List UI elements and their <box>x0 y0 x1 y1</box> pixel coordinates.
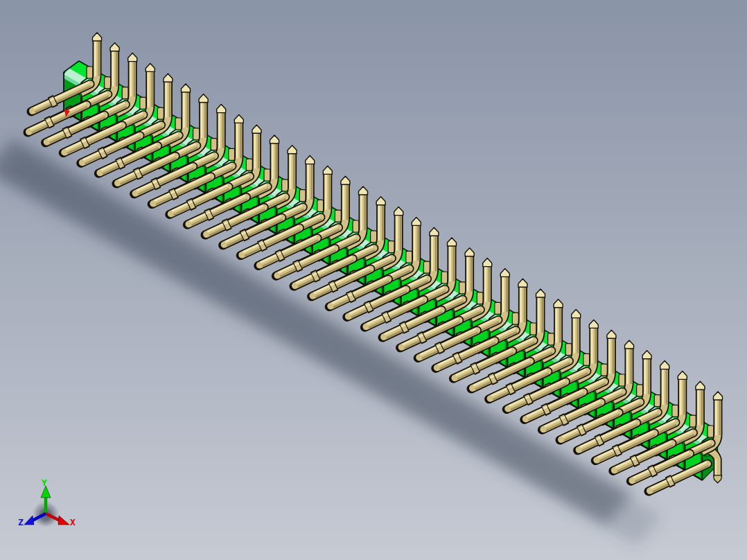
cad-viewport[interactable]: Y X Z <box>0 0 747 560</box>
model-canvas[interactable] <box>0 0 747 560</box>
hidden-row-pin-stub <box>601 364 607 376</box>
hidden-row-pin-stub <box>282 180 288 191</box>
hidden-row-pin-stub <box>246 159 252 170</box>
hidden-row-pin-stub <box>264 169 270 181</box>
hidden-row-pin-stub <box>335 210 341 222</box>
hidden-row-pin-stub <box>441 272 448 283</box>
triad-label-x: X <box>70 518 76 527</box>
hidden-row-pin-stub <box>87 67 93 78</box>
hidden-row-pin-stub <box>512 313 518 324</box>
hidden-row-pin-stub <box>708 426 714 437</box>
hidden-row-pin-stub <box>619 374 625 386</box>
hidden-row-pin-stub <box>477 292 483 304</box>
hidden-row-pin-stub <box>637 385 643 396</box>
hidden-row-pin-stub <box>157 107 164 119</box>
hidden-row-pin-stub <box>193 128 200 140</box>
hidden-row-pin-stub <box>353 220 359 232</box>
triad-label-z: Z <box>18 518 24 527</box>
hidden-row-pin-stub <box>583 353 590 365</box>
hidden-row-pin-stub <box>388 241 394 253</box>
hidden-row-pin-stub <box>565 344 572 356</box>
hidden-row-pin-stub <box>211 139 217 150</box>
hidden-row-pin-stub <box>122 87 128 99</box>
hidden-row-pin-stub <box>689 415 696 427</box>
hidden-row-pin-stub <box>317 200 324 211</box>
hidden-row-pin-stub <box>654 395 660 407</box>
hidden-row-pin-stub <box>105 77 111 89</box>
hidden-row-pin-stub <box>175 118 182 130</box>
hidden-row-pin-stub <box>495 302 501 314</box>
hidden-row-pin-stub <box>530 323 536 335</box>
hidden-row-pin-stub <box>548 333 554 345</box>
hidden-row-pin-stub <box>423 261 430 273</box>
hidden-row-pin-stub <box>140 97 146 109</box>
triad-label-y: Y <box>42 478 47 487</box>
hidden-row-pin-stub <box>406 251 412 263</box>
hidden-row-pin-stub <box>459 282 466 294</box>
hidden-row-pin-stub <box>371 231 377 243</box>
hidden-row-pin-stub <box>299 190 306 202</box>
hidden-row-pin-stub <box>672 405 678 417</box>
hidden-row-pin-stub <box>229 148 235 160</box>
